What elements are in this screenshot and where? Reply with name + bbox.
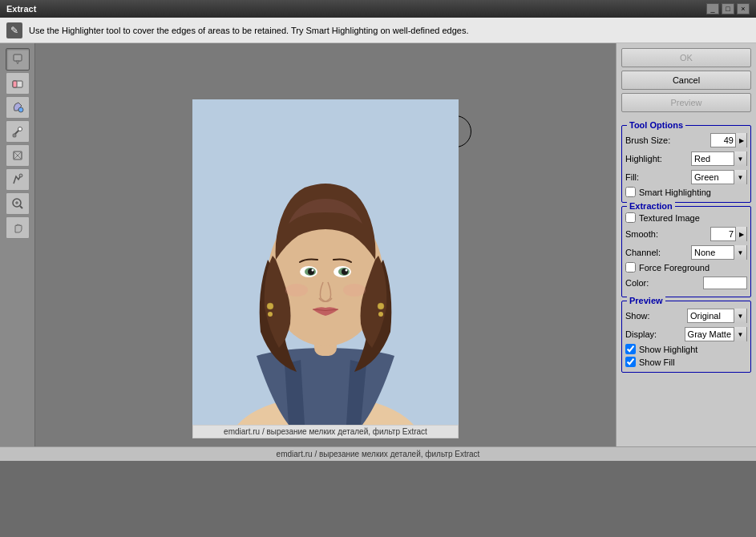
highlighter-tool-button[interactable] [6, 48, 30, 71]
smooth-row: Smooth: 7 ▶ [625, 227, 747, 241]
extraction-title: Extraction [627, 201, 675, 211]
extraction-section: Extraction Textured Image Smooth: 7 ▶ Ch… [621, 206, 751, 297]
tool-options-title: Tool Options [627, 120, 685, 130]
show-highlight-row: Show Highlight [625, 344, 747, 354]
svg-line-13 [20, 206, 22, 208]
display-value: Gray Matte [685, 329, 734, 339]
content-area: emdiart.ru / вырезание мелких деталей, ф… [0, 43, 756, 446]
textured-image-checkbox[interactable] [625, 212, 636, 223]
channel-control: None ▼ [691, 245, 747, 260]
svg-rect-7 [13, 134, 16, 137]
display-dropdown[interactable]: Gray Matte ▼ [685, 327, 747, 341]
svg-rect-0 [14, 55, 22, 61]
close-button[interactable]: × [737, 3, 750, 14]
show-highlight-checkbox[interactable] [625, 344, 636, 354]
show-fill-checkbox[interactable] [625, 357, 636, 367]
zoom-tool-button[interactable] [6, 192, 30, 215]
info-text: Use the Highlighter tool to cover the ed… [29, 26, 468, 35]
canvas-area[interactable]: emdiart.ru / вырезание мелких деталей, ф… [35, 43, 616, 446]
edge-touchup-tool-button[interactable] [6, 168, 30, 191]
eraser-tool-button[interactable] [6, 72, 30, 95]
preview-button[interactable]: Preview [621, 93, 751, 112]
brush-size-value: 49 [711, 135, 735, 145]
channel-dropdown[interactable]: None ▼ [691, 245, 747, 260]
svg-point-29 [343, 284, 366, 297]
ok-button[interactable]: OK [621, 48, 751, 67]
display-dropdown-arrow[interactable]: ▼ [734, 327, 746, 341]
window-controls: _ □ × [706, 3, 750, 14]
fill-dropdown[interactable]: Green ▼ [691, 170, 747, 184]
image-caption: emdiart.ru / вырезание мелких деталей, ф… [192, 425, 459, 438]
show-fill-row: Show Fill [625, 357, 747, 367]
color-label: Color: [625, 278, 649, 288]
canvas-image[interactable] [192, 99, 459, 425]
fill-tool-button[interactable] [6, 96, 30, 119]
title-bar: Extract _ □ × [0, 0, 756, 18]
svg-marker-1 [16, 61, 19, 64]
channel-value: None [692, 248, 734, 257]
hand-tool-button[interactable] [6, 216, 30, 239]
highlighter-icon: ✎ [6, 22, 22, 38]
textured-image-label: Textured Image [639, 213, 700, 223]
maximize-button[interactable]: □ [722, 3, 734, 14]
smooth-increment[interactable]: ▶ [735, 227, 746, 241]
show-label: Show: [625, 311, 650, 321]
show-highlight-label: Show Highlight [639, 345, 697, 354]
info-bar: ✎ Use the Highlighter tool to cover the … [0, 18, 756, 43]
svg-point-27 [346, 269, 348, 272]
channel-dropdown-arrow[interactable]: ▼ [734, 245, 746, 260]
smooth-control: 7 ▶ [710, 227, 747, 241]
svg-point-26 [312, 269, 314, 272]
status-text: emdiart.ru / вырезание мелких деталей, ф… [277, 450, 480, 458]
smooth-label: Smooth: [625, 229, 658, 239]
brush-size-control: 49 ▶ [710, 133, 747, 147]
status-bar: emdiart.ru / вырезание мелких деталей, ф… [0, 446, 756, 461]
channel-label: Channel: [625, 248, 661, 257]
svg-rect-3 [13, 81, 17, 87]
minimize-button[interactable]: _ [706, 3, 719, 14]
window-title: Extract [6, 4, 36, 14]
highlight-label: Highlight: [625, 154, 662, 164]
cleanup-tool-button[interactable] [6, 144, 30, 167]
show-control: Original ▼ [687, 309, 747, 323]
show-dropdown-arrow[interactable]: ▼ [734, 309, 746, 323]
smart-highlighting-checkbox[interactable] [625, 187, 636, 197]
highlight-control: Red ▼ [691, 151, 747, 166]
fill-value: Green [692, 172, 734, 182]
highlight-dropdown-arrow[interactable]: ▼ [734, 151, 746, 166]
smooth-value: 7 [711, 229, 735, 239]
preview-section: Preview Show: Original ▼ Display: Gray M… [621, 301, 751, 373]
highlight-dropdown[interactable]: Red ▼ [691, 151, 747, 166]
svg-point-30 [267, 303, 273, 309]
brush-size-increment[interactable]: ▶ [735, 133, 746, 147]
brush-size-row: Brush Size: 49 ▶ [625, 133, 747, 147]
image-container: emdiart.ru / вырезание мелких деталей, ф… [192, 99, 459, 438]
display-control: Gray Matte ▼ [685, 327, 747, 341]
svg-point-11 [19, 174, 22, 177]
left-toolbar [0, 43, 35, 446]
cancel-button[interactable]: Cancel [621, 71, 751, 90]
fill-row: Fill: Green ▼ [625, 170, 747, 184]
highlight-row: Highlight: Red ▼ [625, 151, 747, 166]
brush-size-spinbox[interactable]: 49 ▶ [710, 133, 747, 147]
eyedropper-tool-button[interactable] [6, 120, 30, 143]
svg-point-6 [18, 127, 22, 131]
display-row: Display: Gray Matte ▼ [625, 327, 747, 341]
right-panel: OK Cancel Preview Tool Options Brush Siz… [616, 43, 756, 446]
color-swatch[interactable] [703, 277, 747, 289]
brush-size-label: Brush Size: [625, 135, 670, 145]
svg-point-33 [378, 312, 383, 317]
highlight-value: Red [692, 154, 734, 164]
svg-point-31 [268, 312, 273, 317]
display-label: Display: [625, 329, 657, 339]
preview-title: Preview [627, 296, 665, 305]
force-foreground-checkbox[interactable] [625, 262, 636, 273]
fill-label: Fill: [625, 172, 639, 182]
svg-point-4 [18, 107, 23, 112]
fill-dropdown-arrow[interactable]: ▼ [734, 170, 746, 184]
smart-highlighting-row: Smart Highlighting [625, 187, 747, 197]
show-value: Original [688, 311, 734, 321]
smooth-spinbox[interactable]: 7 ▶ [710, 227, 747, 241]
show-dropdown[interactable]: Original ▼ [687, 309, 747, 323]
svg-point-28 [285, 284, 308, 297]
